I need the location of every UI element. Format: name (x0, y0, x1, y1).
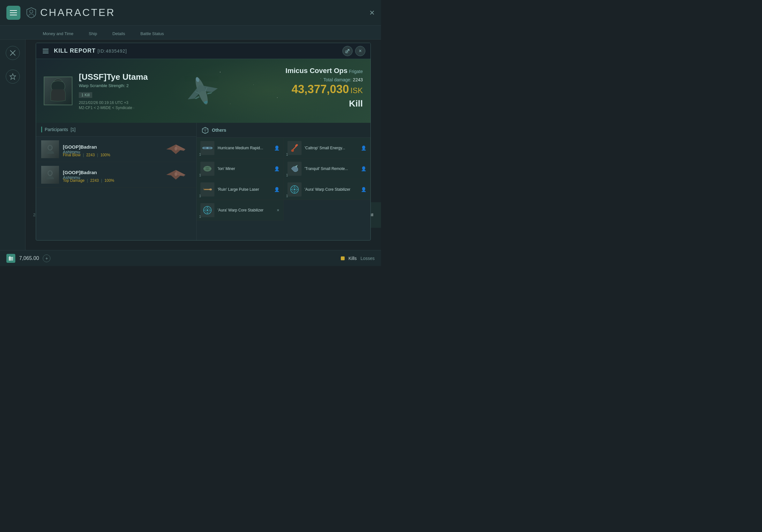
modal-overlay: KILL REPORT [ID:4835492] × (26, 39, 381, 250)
item-name: 'Aura' Warp Core Stabilizer (305, 187, 358, 192)
kr-bottom: Participants [1] (36, 123, 370, 240)
participant-name: [GOOP]Badran (63, 144, 163, 150)
others-item[interactable]: 1 Hurricane Medium Rapid... 👤 (196, 138, 283, 159)
close-icon: × (359, 48, 361, 54)
item-icon (287, 162, 302, 176)
participant-row[interactable]: [GOOP]Badran Ashimmu Top Damage | 2243 (36, 162, 196, 187)
victim-info: [USSF]Tye Utama Warp Scramble Strength: … (79, 72, 148, 110)
bottom-bar: 7,065.00 + Kills Losses (0, 250, 381, 266)
svg-rect-46 (9, 260, 13, 260)
currency-icon (6, 254, 15, 263)
participants-header: Participants [1] (36, 123, 196, 137)
top-damage-badge: Top Damage | 2243 | 100% (63, 178, 114, 183)
kill-report-header: KILL REPORT [ID:4835492] × (36, 43, 370, 59)
bottom-balance: 7,065.00 (19, 255, 39, 261)
person-icon: 👤 (274, 187, 279, 192)
others-item[interactable]: 1 'Ruin' Large Pulse Laser 👤 (196, 179, 283, 200)
add-funds-button[interactable]: + (43, 254, 50, 262)
losses-label[interactable]: Losses (360, 256, 375, 261)
participant-avatar (41, 140, 59, 158)
tab-details[interactable]: Details (105, 29, 133, 39)
victim-stats: Imicus Covert Ops Frigate Total damage: … (286, 67, 363, 109)
svg-rect-20 (211, 147, 212, 149)
svg-point-23 (291, 149, 294, 152)
others-header: Others (196, 123, 370, 138)
item-icon (200, 162, 214, 176)
participant-row[interactable]: [GOOP]Badran Ashimmu Final Blow | (36, 137, 196, 162)
header-bar-accent (41, 127, 42, 132)
kr-header-buttons: × (343, 46, 365, 56)
victim-timestamp: 2021/02/26 00:19:16 UTC +3 (79, 100, 148, 105)
ship-name: Imicus Covert Ops (286, 67, 347, 75)
kills-label[interactable]: Kills (348, 256, 357, 261)
kill-report-close-button[interactable]: × (355, 46, 365, 56)
item-count: 1 (286, 153, 288, 156)
tab-ship[interactable]: Ship (81, 29, 105, 39)
kr-menu-icon[interactable] (41, 46, 50, 55)
others-item[interactable]: 1 'Ion' Miner 👤 (196, 159, 283, 179)
item-name: 'Ruin' Large Pulse Laser (218, 187, 270, 192)
participant-ship-image (163, 143, 189, 156)
victim-name: [USSF]Tye Utama (79, 72, 148, 82)
participants-panel: Participants [1] (36, 123, 196, 240)
sidebar-icon-combat[interactable] (6, 46, 20, 60)
isk-unit: ISK (350, 86, 363, 95)
ship-type: Frigate (349, 69, 363, 74)
others-item[interactable]: 1 'Tranquil' Small Remote... 👤 (284, 159, 370, 179)
main-close-button[interactable]: × (369, 8, 375, 18)
sidebar-icon-star[interactable] (6, 70, 20, 84)
kill-report-id: [ID:4835492] (98, 48, 127, 54)
svg-point-21 (206, 147, 208, 149)
item-name: 'Ion' Miner (218, 166, 270, 171)
svg-marker-3 (10, 74, 16, 79)
participant-ship-image (163, 168, 189, 181)
menu-button[interactable] (6, 6, 21, 20)
item-count: 1 (199, 173, 201, 177)
person-icon: 👤 (361, 187, 366, 192)
final-blow-badge: Final Blow | 2243 | 100% (63, 153, 110, 157)
others-item[interactable]: 1 (196, 200, 283, 221)
others-item[interactable]: 1 (284, 179, 370, 200)
svg-rect-47 (10, 256, 10, 261)
svg-rect-44 (9, 257, 13, 258)
svg-rect-45 (9, 258, 13, 259)
damage-value: 2243 (353, 77, 363, 82)
victim-avatar (44, 77, 72, 105)
svg-point-17 (175, 172, 177, 176)
kills-dot (341, 256, 344, 260)
tabs-bar: Money and Time Ship Details Battle Statu… (0, 26, 381, 39)
close-item-icon[interactable]: × (277, 208, 279, 213)
person-icon: 👤 (361, 166, 366, 171)
svg-point-39 (206, 209, 208, 211)
tab-battle-status[interactable]: Battle Status (133, 29, 172, 39)
isk-value: 43,377,030 (292, 83, 349, 96)
victim-location: M2-CF1 < 2-M6DE < Syndicate · (79, 105, 148, 110)
item-name: 'Tranquil' Small Remote... (305, 166, 358, 171)
kill-label: Kill (286, 99, 363, 109)
item-count: 1 (199, 153, 201, 156)
export-button[interactable] (343, 46, 352, 56)
item-name: 'Caltrop' Small Energy... (305, 146, 358, 150)
tab-money-and-time[interactable]: Money and Time (35, 29, 81, 39)
participants-label: Participants (45, 127, 68, 132)
victim-tag: 1 Kill (79, 92, 92, 98)
others-panel: Others 1 (196, 123, 370, 240)
ship-illustration (170, 59, 234, 123)
damage-label: Total damage: (323, 77, 351, 82)
item-count: 1 (199, 194, 201, 198)
item-name: Hurricane Medium Rapid... (218, 146, 270, 150)
svg-point-14 (175, 147, 177, 151)
others-item[interactable]: 1 'Caltrop' Small Energy... 👤 (284, 138, 370, 159)
participant-name: [GOOP]Badran (63, 170, 163, 175)
svg-point-0 (30, 10, 33, 13)
item-icon (200, 141, 214, 155)
sidebar-icons (0, 39, 26, 250)
kill-report-title: KILL REPORT [ID:4835492] (54, 47, 339, 54)
svg-point-13 (48, 146, 52, 150)
page-title: CHARACTER (40, 7, 115, 19)
kill-report-panel: KILL REPORT [ID:4835492] × (36, 43, 371, 240)
item-count: 1 (286, 194, 288, 198)
participants-count: [1] (70, 127, 76, 132)
svg-rect-19 (202, 147, 204, 149)
victim-warp-strength: Warp Scramble Strength: 2 (79, 83, 148, 88)
